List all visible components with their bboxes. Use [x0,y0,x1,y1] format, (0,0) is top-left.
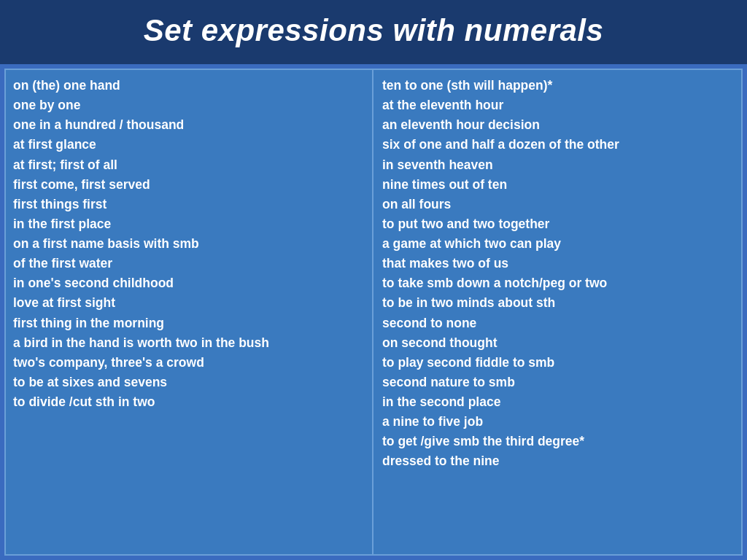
list-item: to divide /cut sth in two [13,392,365,412]
list-item: in the first place [13,214,365,234]
header: Set expressions with numerals [0,0,747,64]
list-item: an eleventh hour decision [382,115,734,135]
list-item: six of one and half a dozen of the other [382,135,734,155]
list-item: at the eleventh hour [382,96,734,115]
list-item: on second thought [382,333,734,353]
list-item: at first; first of all [13,155,365,175]
list-item: at first glance [13,135,365,155]
list-item: in one's second childhood [13,273,365,293]
list-item: one in a hundred / thousand [13,115,365,135]
list-item: a bird in the hand is worth two in the b… [13,333,365,353]
list-item: on all fours [382,195,734,214]
list-item: to be in two minds about sth [382,293,734,313]
content-area: on (the) one handone by oneone in a hund… [4,69,743,556]
list-item: on (the) one hand [13,76,365,96]
list-item: nine times out of ten [382,175,734,195]
list-item: dressed to the nine [382,451,734,471]
left-column: on (the) one handone by oneone in a hund… [6,70,374,554]
list-item: ten to one (sth will happen)* [382,76,734,96]
page-title: Set expressions with numerals [144,13,604,47]
list-item: first things first [13,195,365,214]
list-item: love at first sight [13,293,365,313]
list-item: first come, first served [13,175,365,195]
list-item: to get /give smb the third degree* [382,432,734,451]
list-item: second nature to smb [382,373,734,392]
list-item: in seventh heaven [382,155,734,175]
list-item: first thing in the morning [13,314,365,333]
list-item: a nine to five job [382,412,734,432]
list-item: to put two and two together [382,214,734,234]
list-item: on a first name basis with smb [13,234,365,254]
list-item: of the first water [13,254,365,273]
page: Set expressions with numerals on (the) o… [0,0,747,560]
list-item: in the second place [382,392,734,412]
list-item: a game at which two can play [382,234,734,254]
list-item: to play second fiddle to smb [382,353,734,373]
list-item: one by one [13,96,365,115]
list-item: that makes two of us [382,254,734,273]
list-item: two's company, three's a crowd [13,353,365,373]
list-item: to be at sixes and sevens [13,373,365,392]
list-item: to take smb down a notch/peg or two [382,273,734,293]
right-column: ten to one (sth will happen)*at the elev… [374,70,741,554]
list-item: second to none [382,314,734,333]
